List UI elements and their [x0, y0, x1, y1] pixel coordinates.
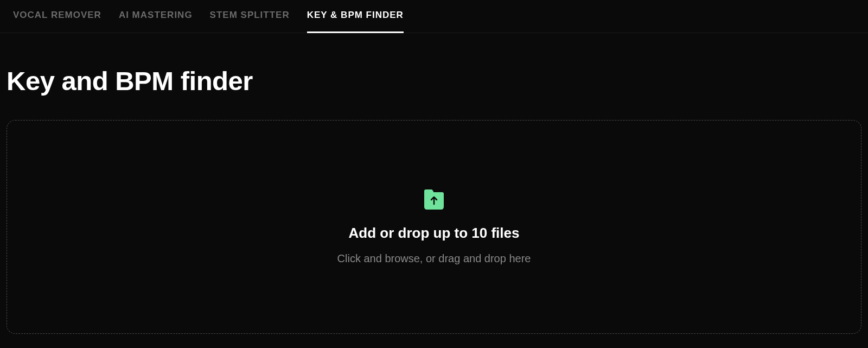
file-dropzone[interactable]: Add or drop up to 10 files Click and bro…: [7, 120, 861, 334]
tab-stem-splitter[interactable]: STEM SPLITTER: [210, 10, 290, 33]
main-content: Key and BPM finder Add or drop up to 10 …: [0, 33, 868, 340]
page-title: Key and BPM finder: [7, 66, 861, 96]
tab-ai-mastering[interactable]: AI MASTERING: [119, 10, 193, 33]
dropzone-subtitle: Click and browse, or drag and drop here: [337, 252, 531, 265]
folder-upload-icon: [422, 189, 446, 211]
tab-vocal-remover[interactable]: VOCAL REMOVER: [13, 10, 101, 33]
tab-key-bpm-finder[interactable]: KEY & BPM FINDER: [307, 10, 404, 33]
nav-tabs: VOCAL REMOVER AI MASTERING STEM SPLITTER…: [0, 0, 868, 33]
dropzone-title: Add or drop up to 10 files: [349, 225, 520, 242]
